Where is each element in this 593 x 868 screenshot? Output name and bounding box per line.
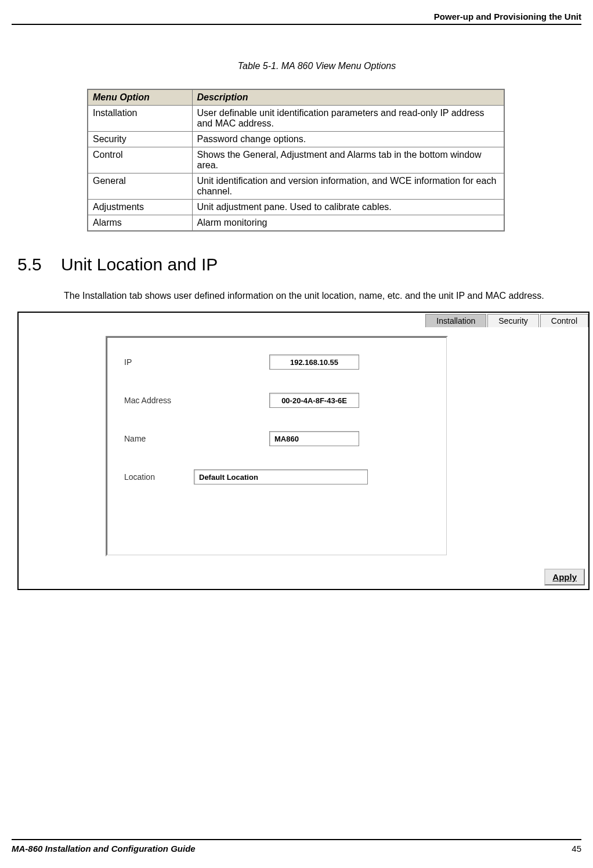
name-label: Name <box>124 434 194 443</box>
menu-options-table: Menu Option Description Installation Use… <box>87 89 505 232</box>
cell-desc: Password change options. <box>192 132 504 147</box>
page-number: 45 <box>572 844 581 853</box>
cell-desc: Shows the General, Adjustment and Alarms… <box>192 147 504 173</box>
location-label: Location <box>124 472 194 482</box>
cell-option: Installation <box>88 106 192 132</box>
table-header-description: Description <box>192 89 504 106</box>
ip-field[interactable]: 192.168.10.55 <box>269 355 359 370</box>
table-row: Security Password change options. <box>88 132 504 147</box>
form-panel: IP 192.168.10.55 Mac Address 00-20-4A-8F… <box>106 336 448 556</box>
cell-desc: User definable unit identification param… <box>192 106 504 132</box>
cell-option: Security <box>88 132 192 147</box>
header-rule <box>12 24 581 25</box>
installation-screenshot: Installation Security Control IP 192.168… <box>17 312 590 590</box>
section-number: 5.5 <box>17 255 42 274</box>
cell-option: Alarms <box>88 215 192 232</box>
cell-option: General <box>88 173 192 200</box>
table-caption: Table 5-1. MA 860 View Menu Options <box>64 61 570 71</box>
section-title: Unit Location and IP <box>61 255 218 274</box>
table-row: General Unit identification and version … <box>88 173 504 200</box>
tab-security[interactable]: Security <box>487 314 539 327</box>
page-footer: MA-860 Installation and Configuration Gu… <box>12 839 581 853</box>
table-row: Adjustments Unit adjustment pane. Used t… <box>88 200 504 215</box>
location-field[interactable]: Default Location <box>194 469 368 484</box>
table-row: Alarms Alarm monitoring <box>88 215 504 232</box>
mac-field[interactable]: 00-20-4A-8F-43-6E <box>269 393 359 408</box>
tabs-row: Installation Security Control <box>424 314 588 327</box>
section-heading: 5.5 Unit Location and IP <box>17 255 570 274</box>
mac-label: Mac Address <box>124 396 194 405</box>
tab-installation[interactable]: Installation <box>425 314 486 327</box>
table-row: Installation User definable unit identif… <box>88 106 504 132</box>
page-header-title: Power-up and Provisioning the Unit <box>12 12 581 24</box>
name-field[interactable]: MA860 <box>269 431 359 446</box>
cell-desc: Unit adjustment pane. Used to calibrate … <box>192 200 504 215</box>
section-paragraph: The Installation tab shows user defined … <box>64 289 593 303</box>
footer-guide-title: MA-860 Installation and Configuration Gu… <box>12 844 196 853</box>
tab-control[interactable]: Control <box>540 314 588 327</box>
table-header-option: Menu Option <box>88 89 192 106</box>
cell-option: Control <box>88 147 192 173</box>
footer-rule <box>12 839 581 840</box>
cell-desc: Alarm monitoring <box>192 215 504 232</box>
ip-label: IP <box>124 357 194 367</box>
cell-option: Adjustments <box>88 200 192 215</box>
cell-desc: Unit identification and version informat… <box>192 173 504 200</box>
apply-button[interactable]: Apply <box>544 569 585 585</box>
table-row: Control Shows the General, Adjustment an… <box>88 147 504 173</box>
